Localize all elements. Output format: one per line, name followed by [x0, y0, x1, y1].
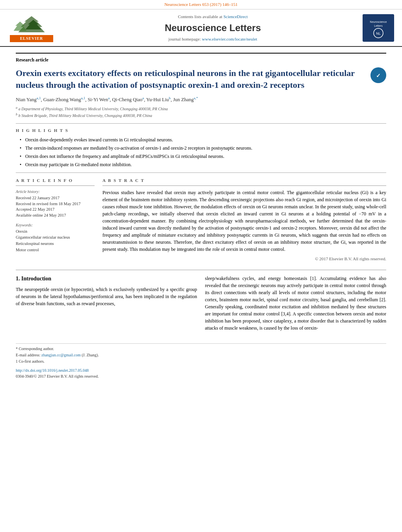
keywords-section: Keywords: Orexin Gigantocellular reticul… — [16, 222, 95, 253]
article-title-section: Orexin exerts excitatory effects on reti… — [16, 67, 386, 91]
keyword-4: Motor control — [16, 247, 95, 253]
elsevier-label: ELSEVIER — [10, 35, 53, 42]
contents-line: Contents lists available at ScienceDirec… — [63, 14, 363, 20]
elsevier-tree-image — [12, 13, 51, 35]
svg-text:✓: ✓ — [376, 72, 381, 79]
svg-text:Letters: Letters — [374, 24, 383, 27]
footnote-cofirst: 1 Co-first authors. — [16, 359, 386, 364]
footnote-corresponding: * Corresponding author. — [16, 346, 386, 352]
journal-logo-right: Neuroscience Letters NL — [363, 14, 394, 42]
svg-text:NL: NL — [376, 32, 381, 35]
highlight-item-4: Orexin may participate in Gi-mediated mo… — [20, 161, 386, 168]
article-title: Orexin exerts excitatory effects on reti… — [16, 67, 365, 91]
footnote-email: E-mail address: zhangjun.cc@gmail.com (J… — [16, 352, 386, 358]
footnote-doi-section: http://dx.doi.org/10.1016/j.neulet.2017.… — [16, 367, 386, 374]
affiliations: a a Department of Physiology, Third Mili… — [16, 106, 386, 119]
authors-text: Nian Yanga,1, Guan-Zhong Wanga,1, Si-Yi … — [16, 97, 198, 102]
footnote-section: * Corresponding author. E-mail address: … — [16, 343, 386, 379]
footnote-issn: 0304-3940/© 2017 Elsevier B.V. All right… — [16, 374, 386, 379]
journal-center: Contents lists available at ScienceDirec… — [63, 14, 363, 42]
keyword-3: Reticulospinal neurons — [16, 241, 95, 247]
article-type: Research article — [16, 53, 386, 63]
intro-text-1: The neuropeptide orexin (or hypocretin),… — [16, 286, 197, 307]
intro-two-col: 1. Introduction The neuropeptide orexin … — [16, 275, 386, 332]
revised-date: Received in revised form 18 May 2017 — [16, 201, 95, 207]
abstract-text: Previous studies have revealed that orex… — [102, 189, 386, 253]
journal-homepage: journal homepage: www.elsevier.com/locat… — [63, 36, 363, 42]
citation-text: Neuroscience Letters 653 (2017) 146–151 — [164, 2, 238, 7]
keywords-list: Orexin Gigantocellular reticular nucleus… — [16, 229, 95, 253]
highlight-item-2: The orexin-induced responses are mediate… — [20, 145, 386, 152]
doi-link[interactable]: http://dx.doi.org/10.1016/j.neulet.2017.… — [16, 368, 89, 373]
authors: Nian Yanga,1, Guan-Zhong Wanga,1, Si-Yi … — [16, 96, 386, 104]
available-date: Available online 24 May 2017 — [16, 213, 95, 219]
two-column-section: A R T I C L E I N F O Article history: R… — [16, 178, 386, 262]
divider-2 — [16, 172, 386, 173]
history-label: Article history: — [16, 189, 95, 195]
email-link[interactable]: zhangjun.cc@gmail.com — [41, 353, 81, 357]
keyword-2: Gigantocellular reticular nucleus — [16, 235, 95, 241]
crossmark-logo: ✓ — [370, 67, 386, 83]
intro-section: 1. Introduction The neuropeptide orexin … — [16, 270, 386, 332]
affiliation-a: a a Department of Physiology, Third Mili… — [16, 106, 386, 112]
svg-rect-4 — [365, 15, 392, 41]
divider-1 — [16, 123, 386, 124]
abstract-title: A B S T R A C T — [102, 178, 386, 185]
affiliation-b: b b Student Brigade, Third Military Medi… — [16, 112, 386, 119]
intro-text-2: sleep/wakefulness cycles, and energy hom… — [205, 275, 386, 332]
journal-link[interactable]: www.elsevier.com/locate/neulet — [202, 37, 257, 41]
keyword-1: Orexin — [16, 229, 95, 235]
citation-bar: Neuroscience Letters 653 (2017) 146–151 — [0, 0, 402, 9]
journal-title: Neuroscience Letters — [63, 21, 363, 35]
svg-text:Neuroscience: Neuroscience — [370, 20, 387, 23]
abstract-section: A B S T R A C T Previous studies have re… — [102, 178, 386, 262]
intro-col-2: sleep/wakefulness cycles, and energy hom… — [205, 275, 386, 332]
highlights-section: H I G H L I G H T S Orexin dose-dependen… — [16, 128, 386, 168]
article-info: A R T I C L E I N F O Article history: R… — [16, 178, 95, 262]
highlights-list: Orexin dose-dependently evokes inward cu… — [16, 137, 386, 168]
highlight-item-3: Orexin does not influence the frequency … — [20, 153, 386, 160]
journal-header: ELSEVIER Contents lists available at Sci… — [0, 9, 402, 47]
keywords-label: Keywords: — [16, 222, 95, 228]
accepted-date: Accepted 22 May 2017 — [16, 207, 95, 213]
elsevier-logo-section: ELSEVIER — [8, 13, 55, 42]
highlight-item-1: Orexin dose-dependently evokes inward cu… — [20, 137, 386, 143]
article-info-title: A R T I C L E I N F O — [16, 178, 95, 185]
received-date: Received 22 January 2017 — [16, 195, 95, 201]
highlights-title: H I G H L I G H T S — [16, 128, 386, 133]
history-subsection: Article history: Received 22 January 201… — [16, 189, 95, 219]
copyright: © 2017 Elsevier B.V. All rights reserved… — [102, 256, 386, 262]
main-content: Research article Orexin exerts excitator… — [0, 47, 402, 386]
sciencedirect-link[interactable]: ScienceDirect — [223, 14, 248, 19]
intro-heading: 1. Introduction — [16, 275, 197, 283]
intro-col-1: 1. Introduction The neuropeptide orexin … — [16, 275, 197, 332]
